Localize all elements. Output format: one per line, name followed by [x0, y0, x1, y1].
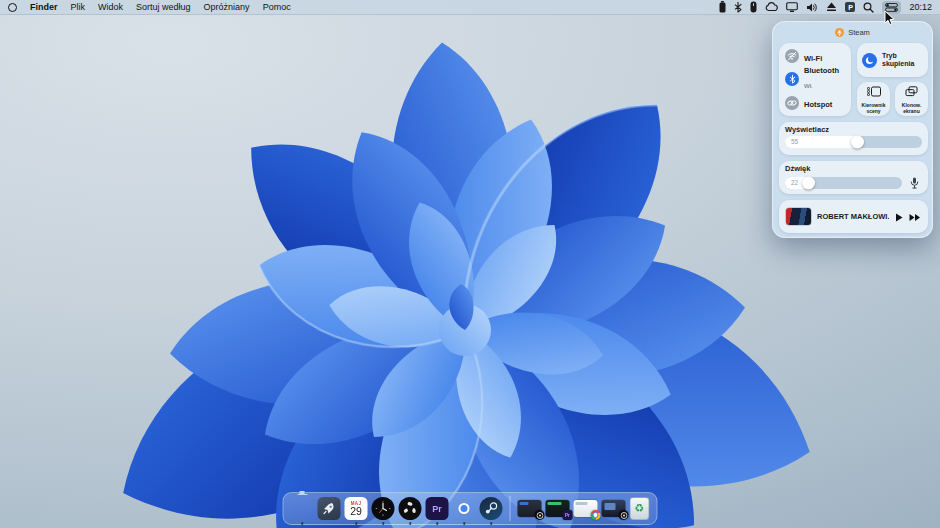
dock-app-obs[interactable]: [399, 497, 422, 520]
screen-mirroring-tile[interactable]: Klonow. ekranu: [895, 82, 928, 116]
stage-manager-tile[interactable]: Kierownik sceny: [857, 82, 890, 116]
running-indicator: [301, 522, 304, 525]
sound-label: Dźwięk: [785, 164, 922, 173]
running-indicator: [490, 522, 493, 525]
media-title: ROBERT MAKŁOWI...: [817, 212, 889, 221]
running-indicator: [382, 522, 385, 525]
search-icon[interactable]: [863, 1, 874, 14]
mouse-cursor: [884, 10, 895, 30]
display-tile: Wyświetlacz 55: [779, 122, 928, 155]
sound-volume-slider[interactable]: 22: [785, 177, 902, 189]
media-player-tile[interactable]: ROBERT MAKŁOWI...: [779, 200, 928, 233]
sound-slider-value: 22: [791, 177, 798, 189]
mic-in-use-app-label: Steam: [848, 28, 870, 37]
mic-in-use-indicator[interactable]: Steam: [780, 26, 925, 39]
display-slider-value: 55: [791, 136, 798, 148]
menu-item-sortuj[interactable]: Sortuj według: [136, 2, 191, 12]
display-brightness-slider[interactable]: 55: [785, 136, 922, 148]
bluetooth-toggle[interactable]: Bluetooth Wł.: [785, 67, 845, 92]
premiere-pro-label: Pr: [432, 504, 442, 514]
dock-app-calendar[interactable]: MAJ 29: [345, 497, 368, 520]
dock: MAJ 29 Pr Pr: [283, 492, 658, 525]
dock-app-steam[interactable]: [480, 497, 503, 520]
play-button[interactable]: [895, 208, 903, 226]
volume-icon[interactable]: [806, 1, 818, 14]
dock-separator: [510, 496, 511, 521]
cloud-icon[interactable]: [765, 1, 778, 14]
running-indicator: [436, 522, 439, 525]
dock-trash[interactable]: ♻: [630, 497, 650, 520]
stage-manager-label: Kierownik sceny: [857, 103, 890, 115]
clock-app-icon: [372, 497, 395, 520]
obs-badge-icon: [535, 510, 545, 520]
menu-item-pomoc[interactable]: Pomoc: [263, 2, 291, 12]
battery-icon[interactable]: [719, 1, 726, 14]
premiere-pro-icon: Pr: [426, 497, 449, 520]
bluetooth-label: Bluetooth: [804, 67, 839, 75]
stage-manager-icon: [867, 83, 881, 101]
menu-item-widok[interactable]: Widok: [98, 2, 123, 12]
menu-app-name[interactable]: Finder: [30, 2, 58, 12]
fast-forward-button[interactable]: [909, 208, 921, 226]
hotspot-toggle[interactable]: Hotspot: [785, 94, 845, 111]
trash-full-icon: ♻: [630, 497, 650, 520]
moon-icon: [862, 53, 877, 68]
screen-mirroring-label: Klonow. ekranu: [895, 103, 928, 115]
network-tile: Wi-Fi Bluetooth Wł. Hotspot: [779, 43, 851, 116]
sound-tile: Dźwięk 22: [779, 161, 928, 194]
dock-app-launchpad[interactable]: [318, 497, 341, 520]
sound-slider-knob[interactable]: [802, 176, 815, 189]
minimized-obs-preview-window[interactable]: [602, 500, 626, 517]
control-center-panel: Steam Wi-Fi Bluetooth Wł. Hotspot: [772, 21, 933, 238]
hotspot-icon: [785, 96, 799, 110]
display-label: Wyświetlacz: [785, 125, 922, 134]
keyboard-input-badge[interactable]: P: [845, 2, 855, 12]
steam-icon: [480, 497, 503, 520]
minimized-premiere-window[interactable]: Pr: [546, 500, 570, 517]
wifi-toggle[interactable]: Wi-Fi: [785, 48, 845, 65]
apple-menu-icon[interactable]: [8, 1, 17, 14]
wifi-label: Wi-Fi: [804, 54, 822, 63]
menu-item-oprozniany[interactable]: Opróżniany: [204, 2, 250, 12]
obs-studio-icon: [399, 497, 422, 520]
minimized-chrome-window[interactable]: [574, 500, 598, 517]
media-thumbnail: [786, 208, 811, 225]
display-icon[interactable]: [786, 1, 798, 14]
running-indicator: [409, 522, 412, 525]
minimized-obs-window[interactable]: [518, 500, 542, 517]
menu-item-plik[interactable]: Plik: [71, 2, 86, 12]
bluetooth-on-icon: [785, 72, 799, 86]
mic-orange-icon: [835, 28, 844, 37]
eject-icon[interactable]: [826, 1, 837, 14]
dock-app-premiere[interactable]: Pr: [426, 497, 449, 520]
premiere-badge-icon: Pr: [563, 510, 573, 520]
calendar-app-icon: MAJ 29: [345, 497, 368, 520]
running-indicator: [463, 522, 466, 525]
dock-app-displays[interactable]: [291, 497, 314, 520]
microphone-button[interactable]: [907, 175, 922, 190]
screen-mirroring-icon: [905, 83, 918, 101]
chrome-badge-icon: [591, 510, 601, 520]
menu-clock[interactable]: 20:12: [909, 2, 932, 12]
focus-mode-tile[interactable]: Tryb skupienia: [857, 43, 928, 77]
bluetooth-icon[interactable]: [734, 1, 742, 14]
focus-mode-label: Tryb skupienia: [882, 52, 923, 67]
wifi-off-icon: [785, 49, 799, 63]
dock-app-clock[interactable]: [372, 497, 395, 520]
display-slider-knob[interactable]: [851, 136, 864, 149]
obs-badge-icon: [619, 510, 629, 520]
mouse-battery-icon[interactable]: [750, 1, 757, 14]
dock-app-chrome[interactable]: [453, 497, 476, 520]
running-indicator: [355, 522, 358, 525]
hotspot-label: Hotspot: [804, 100, 832, 109]
menu-bar: Finder Plik Widok Sortuj według Opróżnia…: [0, 0, 940, 15]
launchpad-rocket-icon: [318, 497, 341, 520]
bluetooth-status: Wł.: [804, 83, 813, 89]
calendar-day: 29: [350, 506, 362, 517]
